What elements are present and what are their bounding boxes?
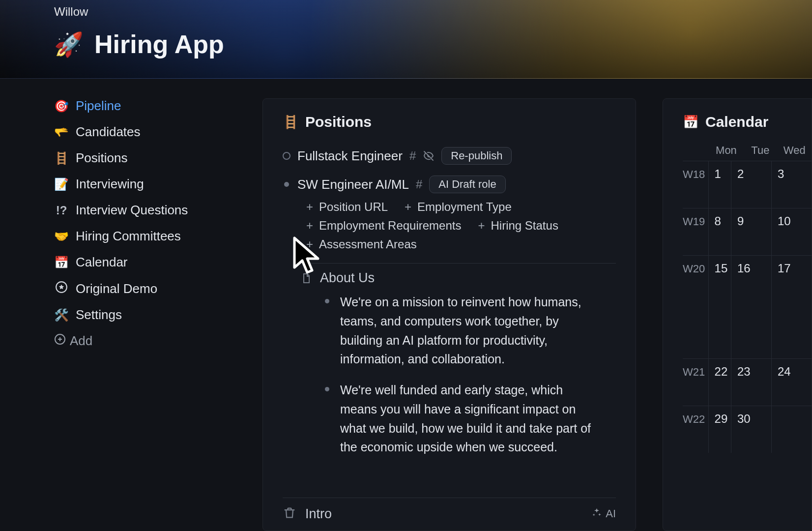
nav-item-candidates[interactable]: 🫳 Candidates — [54, 124, 236, 140]
calendar-day-header-mon: Mon — [709, 144, 743, 157]
calendar-day-cell[interactable]: 17 — [771, 256, 812, 358]
nav-item-hiring-committees[interactable]: 🤝 Hiring Committees — [54, 229, 236, 244]
calendar-week-row: W18123 — [683, 161, 812, 208]
position-title: SW Engineer AI/ML — [297, 177, 409, 192]
plus-icon: + — [405, 200, 411, 214]
target-icon: 🎯 — [54, 99, 69, 113]
ladder-icon: 🪜 — [283, 115, 297, 130]
nav-item-pipeline[interactable]: 🎯 Pipeline — [54, 98, 236, 114]
calendar-panel: 📅 Calendar Mon Tue Wed W18123W198910W201… — [663, 98, 812, 531]
field-label: Employment Type — [417, 200, 512, 214]
about-bullet-text[interactable]: We're on a mission to reinvent how human… — [340, 293, 600, 369]
nav-label: Positions — [76, 150, 128, 166]
intro-label[interactable]: Intro — [305, 506, 332, 522]
calendar-day-cell[interactable]: 8 — [708, 208, 731, 255]
plus-circle-icon — [54, 333, 66, 349]
plus-icon: + — [478, 219, 485, 233]
page-title-row: 🚀 Hiring App — [54, 30, 812, 59]
calendar-day-cell[interactable]: 16 — [731, 256, 771, 358]
hash-icon: # — [416, 177, 422, 191]
memo-icon: 📝 — [54, 177, 69, 191]
bullet-dot-icon — [325, 299, 329, 303]
question-prefix-icon: !? — [54, 204, 69, 217]
field-label: Employment Requirements — [319, 219, 461, 233]
nav-item-original-demo[interactable]: Original Demo — [54, 281, 236, 296]
nav-label: Interviewing — [76, 177, 144, 192]
divider — [306, 263, 616, 264]
about-us-bullets: We're on a mission to reinvent how human… — [283, 293, 616, 457]
calendar-week-row: W20151617 — [683, 255, 812, 358]
add-field-position-url[interactable]: + Position URL — [306, 200, 388, 214]
calendar-day-cell[interactable]: 30 — [731, 406, 771, 453]
intro-block-bar: Intro AI — [283, 498, 616, 522]
calendar-title-text: Calendar — [705, 114, 768, 130]
nav-item-positions[interactable]: 🪜 Positions — [54, 150, 236, 166]
republish-button[interactable]: Re-publish — [441, 147, 512, 165]
bullet-open-icon — [283, 152, 290, 160]
nav-add-button[interactable]: Add — [54, 333, 236, 349]
nav-label: Settings — [76, 307, 122, 323]
field-label: Hiring Status — [491, 219, 558, 233]
calendar-week-row: W222930 — [683, 406, 812, 453]
ai-draft-role-button[interactable]: AI Draft role — [429, 176, 505, 193]
calendar-day-cell[interactable]: 23 — [731, 359, 771, 406]
plus-icon: + — [306, 219, 313, 233]
positions-panel: 🪜 Positions Fullstack Engineer # Re-publ… — [262, 98, 636, 531]
calendar-week-row: W21222324 — [683, 358, 812, 406]
about-bullet: We're well funded and early stage, which… — [325, 381, 600, 457]
document-icon — [300, 272, 312, 284]
hash-icon: # — [409, 149, 416, 163]
nav-label: Hiring Committees — [76, 229, 181, 244]
calendar-week-label: W22 — [683, 406, 708, 453]
hand-icon: 🫳 — [54, 125, 69, 139]
calendar-grid: W18123W198910W20151617W21222324W222930 — [683, 161, 812, 453]
calendar-week-row: W198910 — [683, 208, 812, 255]
add-field-assessment-areas[interactable]: + Assessment Areas — [306, 237, 417, 251]
position-item: Fullstack Engineer # Re-publish — [283, 144, 616, 168]
field-label: Position URL — [319, 200, 388, 214]
add-field-employment-type[interactable]: + Employment Type — [405, 200, 512, 214]
ai-suggest-button[interactable]: AI — [592, 507, 616, 520]
page-title: Hiring App — [94, 30, 224, 59]
calendar-day-header-tue: Tue — [743, 144, 777, 157]
calendar-week-label: W21 — [683, 359, 708, 406]
add-field-employment-requirements[interactable]: + Employment Requirements — [306, 219, 461, 233]
field-label: Assessment Areas — [319, 237, 417, 251]
nav-add-label: Add — [70, 333, 92, 349]
calendar-day-cell[interactable]: 29 — [708, 406, 731, 453]
calendar-day-cell[interactable]: 9 — [731, 208, 771, 255]
calendar-day-cell[interactable]: 1 — [708, 161, 731, 208]
calendar-day-cell[interactable]: 10 — [771, 208, 812, 255]
nav-label: Pipeline — [76, 98, 121, 114]
calendar-day-headers: Mon Tue Wed — [683, 144, 812, 157]
about-bullet-text[interactable]: We're well funded and early stage, which… — [340, 381, 600, 457]
bullet-dot-icon — [325, 387, 329, 391]
nav-item-interview-questions[interactable]: !? Interview Questions — [54, 203, 236, 218]
position-row-sw-ai-ml[interactable]: SW Engineer AI/ML # AI Draft role — [283, 173, 616, 196]
nav-item-settings[interactable]: 🛠️ Settings — [54, 307, 236, 323]
calendar-week-label: W19 — [683, 208, 708, 255]
add-field-hiring-status[interactable]: + Hiring Status — [478, 219, 558, 233]
about-us-heading: About Us — [320, 270, 375, 286]
nav-label: Original Demo — [76, 281, 157, 296]
position-row-fullstack[interactable]: Fullstack Engineer # Re-publish — [283, 144, 616, 168]
calendar-day-cell[interactable]: 22 — [708, 359, 731, 406]
sparkle-icon — [592, 507, 602, 520]
ladder-icon: 🪜 — [54, 151, 69, 165]
workspace-name[interactable]: Willow — [54, 5, 812, 19]
position-field-chips: + Position URL + Employment Type + Emplo… — [283, 196, 616, 259]
nav-item-calendar[interactable]: 📅 Calendar — [54, 255, 236, 270]
calendar-day-cell[interactable]: 24 — [771, 359, 812, 406]
calendar-day-cell[interactable]: 15 — [708, 256, 731, 358]
about-us-heading-row[interactable]: About Us — [283, 270, 616, 286]
about-bullet: We're on a mission to reinvent how human… — [325, 293, 600, 369]
calendar-day-cell[interactable] — [771, 406, 812, 453]
calendar-day-cell[interactable]: 2 — [731, 161, 771, 208]
nav-item-interviewing[interactable]: 📝 Interviewing — [54, 177, 236, 192]
calendar-icon: 📅 — [683, 115, 697, 130]
trash-icon[interactable] — [283, 506, 296, 522]
calendar-section-title: 📅 Calendar — [683, 114, 812, 130]
handshake-icon: 🤝 — [54, 230, 69, 243]
calendar-day-cell[interactable]: 3 — [771, 161, 812, 208]
ai-label: AI — [606, 507, 616, 520]
